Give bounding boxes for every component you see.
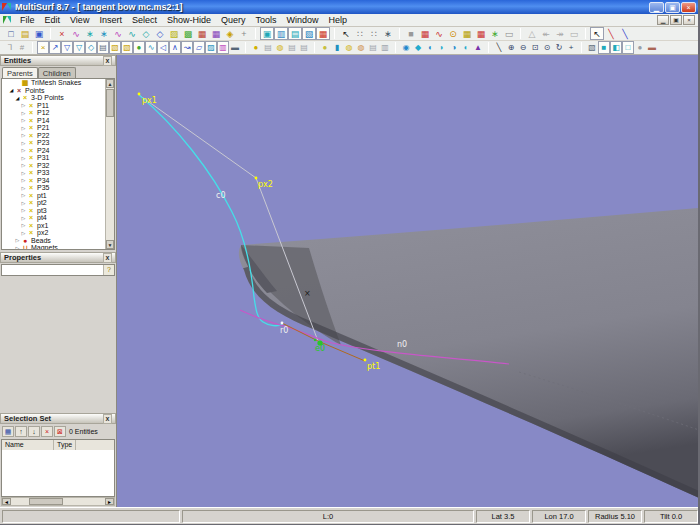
scroll-left-icon[interactable]: ◄ [2, 498, 11, 505]
tree-item-p12[interactable]: ▷×P12 [2, 109, 105, 117]
view-boat-icon[interactable]: ▲ [472, 41, 484, 54]
collapsed-icon[interactable]: ▷ [20, 140, 27, 146]
tree-item-p23[interactable]: ▷×P23 [2, 139, 105, 147]
window-plan-icon[interactable]: ▤ [288, 27, 302, 40]
texture-icon[interactable]: ▬ [646, 41, 658, 54]
new-file-icon[interactable]: □ [4, 27, 18, 40]
menu-help[interactable]: Help [324, 14, 353, 26]
menu-tools[interactable]: Tools [250, 14, 281, 26]
edit-ccurve-icon[interactable]: ◇ [85, 41, 97, 54]
window-front-icon[interactable]: ▣ [260, 27, 274, 40]
select-fence-icon[interactable]: ∷ [353, 27, 367, 40]
save-icon[interactable]: ▣ [32, 27, 46, 40]
zoom-in-icon[interactable]: ⊕ [505, 41, 517, 54]
tree-item-p33[interactable]: ▷×P33 [2, 169, 105, 177]
window-multi-icon[interactable]: ▦ [316, 27, 330, 40]
edit-foil-icon[interactable]: ▤ [97, 41, 109, 54]
insert-contours-icon[interactable]: ▦ [195, 27, 209, 40]
select-group-icon[interactable]: ∷ [367, 27, 381, 40]
edit-bead-icon[interactable]: ● [133, 41, 145, 54]
edit-blend-icon[interactable]: ▨ [205, 41, 217, 54]
insert-formula-icon[interactable]: ▦ [209, 27, 223, 40]
grid-snap-icon[interactable]: # [16, 41, 28, 54]
check-model-icon[interactable]: ▭ [567, 27, 581, 40]
pick-pen-red-icon[interactable]: ╲ [604, 27, 618, 40]
menu-insert[interactable]: Insert [94, 14, 127, 26]
tree-item-points[interactable]: ◢×Points [2, 87, 105, 95]
tree-item-p21[interactable]: ▷×P21 [2, 124, 105, 132]
next-error-icon[interactable]: ↠ [553, 27, 567, 40]
tree-item-p32[interactable]: ▷×P32 [2, 162, 105, 170]
tree-item-px2[interactable]: ▷×px2 [2, 229, 105, 237]
collapsed-icon[interactable]: ▷ [20, 192, 27, 198]
properties-help-icon[interactable]: ? [103, 265, 114, 275]
edit-loft-icon[interactable]: ▱ [193, 41, 205, 54]
error-list-icon[interactable]: △ [525, 27, 539, 40]
tree-item-magnets[interactable]: ▷∪Magnets [2, 244, 105, 250]
menu-view[interactable]: View [65, 14, 94, 26]
point-e0-small[interactable] [314, 339, 316, 341]
selset-move-up-icon[interactable]: ↑ [15, 426, 27, 437]
insert-curve-icon[interactable]: ∿ [111, 27, 125, 40]
prev-error-icon[interactable]: ↞ [539, 27, 553, 40]
select-pointer-icon[interactable]: ↖ [339, 27, 353, 40]
mdi-minimize-button[interactable]: ▁ [657, 15, 669, 25]
show-lamp-icon[interactable]: ● [250, 41, 262, 54]
collapsed-icon[interactable]: ▷ [20, 117, 27, 123]
tree-item-px1[interactable]: ▷×px1 [2, 222, 105, 230]
selection-list[interactable] [1, 450, 115, 497]
edit-rotate-icon[interactable]: ∧ [169, 41, 181, 54]
properties-close-icon[interactable]: x [103, 253, 112, 263]
menu-file[interactable]: File [15, 14, 40, 26]
wireframe-icon[interactable]: ▧ [586, 41, 598, 54]
collapsed-icon[interactable]: ▷ [20, 147, 27, 153]
label-show-icon[interactable]: ▮ [331, 41, 343, 54]
edit-proj-icon[interactable]: ∿ [145, 41, 157, 54]
tab-children[interactable]: Children [38, 67, 76, 78]
menu-select[interactable]: Select [127, 14, 162, 26]
tree-item-p14[interactable]: ▷×P14 [2, 117, 105, 125]
pick-pen-blue-icon[interactable]: ╲ [618, 27, 632, 40]
label-hide-icon[interactable]: ◍ [343, 41, 355, 54]
tree-item-pt1[interactable]: ▷×pt1 [2, 192, 105, 200]
zoom-out-icon[interactable]: ⊖ [517, 41, 529, 54]
collapsed-icon[interactable]: ▷ [20, 102, 27, 108]
insert-frame-icon[interactable]: + [237, 27, 251, 40]
weights-icon[interactable]: ∗ [488, 27, 502, 40]
tree-item-p35[interactable]: ▷×P35 [2, 184, 105, 192]
edit-arc-icon[interactable]: ▽ [61, 41, 73, 54]
menu-window[interactable]: Window [281, 14, 323, 26]
collapsed-icon[interactable]: ▷ [20, 215, 27, 221]
insert-variable-icon[interactable]: ◈ [223, 27, 237, 40]
tree-scrollbar[interactable]: ▲ ▼ [105, 79, 114, 249]
print-icon[interactable]: ▬ [229, 41, 241, 54]
insert-snake-icon[interactable]: ∿ [125, 27, 139, 40]
view-home-icon[interactable]: ◉ [400, 41, 412, 54]
selset-clear-icon[interactable]: ⊠ [54, 426, 66, 437]
insert-magnet-icon[interactable]: ∗ [83, 27, 97, 40]
insert-surface-icon[interactable]: ◇ [139, 27, 153, 40]
restore-button[interactable]: ▣ [665, 2, 680, 13]
edit-relcurve-icon[interactable]: ▧ [121, 41, 133, 54]
tree-item-beads[interactable]: ▷●Beads [2, 237, 105, 245]
tree-item-pt2[interactable]: ▷×pt2 [2, 199, 105, 207]
offsets-table-icon[interactable]: ▦ [460, 27, 474, 40]
collapsed-icon[interactable]: ▷ [20, 110, 27, 116]
view-right-icon[interactable]: ◗ [436, 41, 448, 54]
hide-all-icon[interactable]: ◍ [355, 41, 367, 54]
view-bottom-icon[interactable]: ◐ [460, 41, 472, 54]
scroll-down-icon[interactable]: ▼ [106, 240, 114, 249]
selection-set-close-icon[interactable]: x [103, 414, 112, 424]
zoom-fit-icon[interactable]: ⊙ [541, 41, 553, 54]
show-all-icon[interactable]: ▤ [367, 41, 379, 54]
edit-sweep-icon[interactable]: ↝ [181, 41, 193, 54]
insert-composite-icon[interactable]: ▨ [167, 27, 181, 40]
tree-item-p11[interactable]: ▷×P11 [2, 102, 105, 110]
tab-parents[interactable]: Parents [2, 67, 38, 78]
expanded-icon[interactable]: ◢ [8, 87, 15, 93]
hide-tag-icon[interactable]: ▤ [286, 41, 298, 54]
pick-pointer-icon[interactable]: ↖ [590, 27, 604, 40]
edit-point-icon[interactable]: × [37, 41, 49, 54]
view-left-icon[interactable]: ◖ [424, 41, 436, 54]
edit-mirror-icon[interactable]: ◁ [157, 41, 169, 54]
